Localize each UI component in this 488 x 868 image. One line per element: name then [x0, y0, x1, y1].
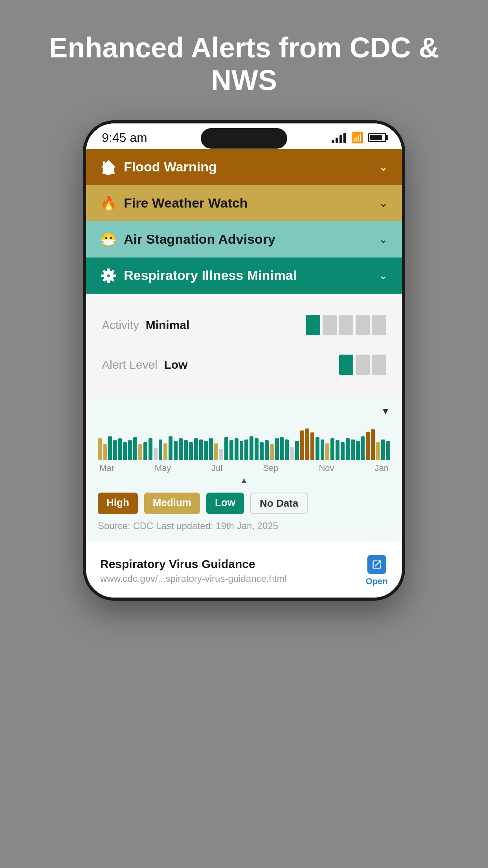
chart-bar: [169, 436, 172, 460]
alert-level-value: Low: [164, 358, 187, 371]
chart-bar: [209, 438, 213, 460]
wifi-icon: 📶: [351, 132, 363, 144]
chart-bar: [356, 441, 360, 460]
chart-label-sep: Sep: [263, 463, 278, 473]
chart-bar: [265, 440, 269, 460]
alert-air-header[interactable]: 😷 Air Stagnation Advisory ⌄: [86, 221, 402, 257]
status-bar: 9:45 am 📶: [86, 123, 402, 149]
fire-title: Fire Weather Watch: [124, 195, 248, 211]
link-card-url: www.cdc.gov/...spiratory-virus-guidance.…: [100, 573, 287, 584]
chart-bar: [128, 440, 132, 460]
chart-bar: [366, 432, 370, 460]
chart-section: ▼ Mar May Jul Sep Nov Jan ▲: [86, 396, 402, 541]
alerts-container: 🏠 Flood Warning ⌄ 🔥 Fire Weather Watch ⌄…: [86, 149, 402, 598]
chart-bar: [255, 438, 259, 460]
legend-no-data: No Data: [250, 493, 308, 514]
alert-level-indicator: [339, 355, 386, 375]
chart-bar: [250, 436, 253, 460]
air-title: Air Stagnation Advisory: [124, 232, 275, 247]
chart-bar: [376, 442, 380, 460]
expanded-section: Activity Minimal Alert Level Low: [86, 294, 402, 396]
chart-bar: [194, 438, 198, 460]
legend-medium: Medium: [144, 493, 200, 514]
chart-bar: [240, 441, 244, 460]
respiratory-title: Respiratory Illness Minimal: [124, 268, 297, 283]
chart-bar: [143, 442, 147, 460]
chart-bar: [103, 444, 107, 460]
activity-row: Activity Minimal: [102, 305, 386, 345]
activity-value: Minimal: [146, 318, 190, 331]
chart-bar: [133, 437, 137, 460]
fire-chevron-icon: ⌄: [379, 197, 388, 210]
chart-bar: [351, 440, 355, 460]
status-icons: 📶: [332, 132, 386, 144]
flood-chevron-icon: ⌄: [379, 160, 388, 173]
chart-bar: [386, 441, 390, 460]
chart-bar: [371, 429, 375, 460]
fire-icon: 🔥: [100, 195, 117, 211]
source-text: Source: CDC Last updated: 19th Jan, 2025: [98, 520, 390, 531]
chart-bar: [189, 442, 193, 460]
air-chevron-icon: ⌄: [379, 233, 388, 246]
link-card-title: Respiratory Virus Guidance: [100, 557, 287, 571]
chart-bar: [154, 448, 158, 460]
chart-bar: [275, 438, 279, 460]
chart-bar: [229, 440, 233, 460]
open-label: Open: [366, 576, 388, 587]
chart-bar: [174, 441, 178, 460]
flood-title: Flood Warning: [124, 159, 217, 175]
chart-bar: [325, 443, 329, 460]
chart-dropdown-button[interactable]: ▼: [381, 406, 390, 417]
chart-bar: [204, 441, 208, 460]
chart-bar: [290, 447, 294, 460]
chart-bar: [224, 437, 228, 460]
page-headline: Enhanced Alerts from CDC & NWS: [0, 31, 488, 97]
chart-dropdown-row: ▼: [98, 406, 390, 417]
open-button[interactable]: Open: [366, 555, 388, 587]
chart-bar: [346, 438, 350, 460]
alert-level-row: Alert Level Low: [102, 345, 386, 384]
chart-bar: [123, 442, 127, 460]
dynamic-island: [201, 128, 287, 149]
chart-label-mar: Mar: [99, 463, 114, 473]
chart-bar: [260, 442, 264, 460]
chart-bar: [305, 428, 309, 460]
legend-row: High Medium Low No Data: [98, 493, 390, 514]
air-icon: 😷: [100, 232, 117, 247]
chart-bar: [113, 440, 117, 460]
activity-label: Activity Minimal: [102, 318, 189, 332]
chart-bar: [341, 442, 345, 460]
chart-bar: [321, 440, 325, 460]
chart-bar: [244, 440, 248, 460]
chart-bar: [361, 436, 365, 460]
chart-bar: [179, 438, 183, 460]
alert-level-label: Alert Level Low: [102, 358, 187, 371]
legend-low: Low: [206, 493, 244, 514]
chart-bar: [381, 440, 385, 460]
chart-label-jan: Jan: [374, 463, 388, 473]
chart-bar: [235, 438, 238, 460]
chart-bar: [336, 440, 339, 460]
chart-bars-container: [98, 421, 390, 460]
respiratory-chevron-icon: ⌄: [379, 269, 388, 282]
chart-bar: [199, 440, 203, 460]
page-wrapper: Enhanced Alerts from CDC & NWS 9:45 am 📶: [0, 0, 488, 868]
chart-bar: [219, 449, 223, 460]
activity-level-indicator: [306, 315, 386, 335]
link-card: Respiratory Virus Guidance www.cdc.gov/.…: [86, 544, 402, 598]
chart-bar: [98, 438, 102, 460]
chart-bar: [138, 444, 142, 460]
chart-label-nov: Nov: [319, 463, 334, 473]
chart-label-may: May: [155, 463, 171, 473]
chart-expand-button[interactable]: ▲: [98, 476, 390, 485]
phone-frame: 9:45 am 📶 🏠 Flood: [83, 120, 405, 601]
alert-flood-header[interactable]: 🏠 Flood Warning ⌄: [86, 149, 402, 185]
battery-icon: [368, 133, 386, 142]
alert-fire-header[interactable]: 🔥 Fire Weather Watch ⌄: [86, 185, 402, 221]
open-external-icon: [367, 555, 386, 574]
alert-respiratory-header[interactable]: ⚙️ Respiratory Illness Minimal ⌄: [86, 257, 402, 294]
respiratory-icon: ⚙️: [100, 268, 117, 283]
chart-bar: [214, 443, 218, 460]
chart-labels: Mar May Jul Sep Nov Jan: [98, 463, 390, 473]
chart-bar: [108, 436, 112, 460]
